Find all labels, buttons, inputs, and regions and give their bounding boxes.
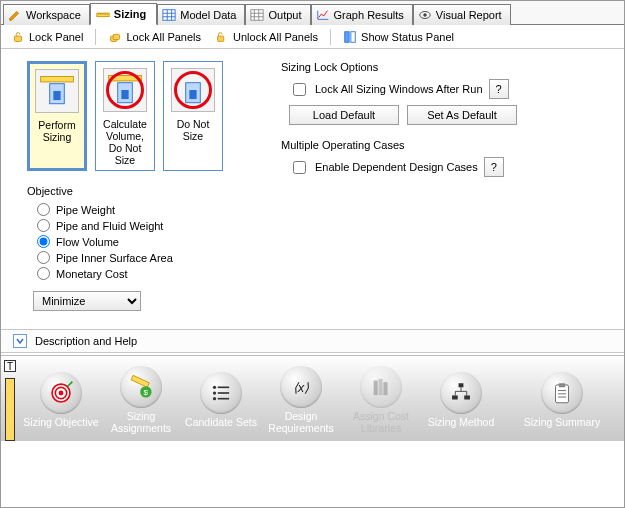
- objective-title: Objective: [27, 185, 257, 197]
- radio-label: Pipe Weight: [56, 204, 115, 216]
- panel-toolbar: Lock Panel Lock All Panels Unlock All Pa…: [1, 25, 624, 49]
- sizing-lock-title: Sizing Lock Options: [281, 61, 612, 73]
- svg-rect-22: [131, 375, 149, 387]
- svg-rect-35: [459, 383, 464, 387]
- tab-model-data[interactable]: Model Data: [157, 4, 245, 25]
- svg-rect-10: [351, 31, 355, 42]
- svg-rect-7: [114, 34, 120, 39]
- help-button[interactable]: ?: [484, 157, 504, 177]
- enable-dependent-cases-checkbox[interactable]: [293, 161, 306, 174]
- sizing-mode-tiles: Perform Sizing Calculate Volume, Do Not …: [27, 61, 257, 171]
- radio-input[interactable]: [37, 203, 50, 216]
- ribbon-label: Assign Cost Libraries: [341, 410, 421, 434]
- table-icon: [162, 8, 176, 22]
- svg-rect-5: [15, 36, 22, 41]
- tile-perform-sizing[interactable]: Perform Sizing: [27, 61, 87, 171]
- multiple-cases-group: Multiple Operating Cases Enable Dependen…: [281, 139, 612, 177]
- flow-icon: [440, 372, 482, 414]
- tile-do-not-size[interactable]: Do Not Size: [163, 61, 223, 171]
- radio-input[interactable]: [37, 219, 50, 232]
- radio-input[interactable]: [37, 251, 50, 264]
- ruler-icon: [96, 7, 110, 21]
- unlock-all-icon: [215, 30, 229, 44]
- ribbon-marker: T: [1, 356, 19, 441]
- svg-rect-34: [383, 382, 387, 395]
- vertical-ruler-icon: [5, 378, 15, 441]
- svg-rect-39: [559, 383, 566, 387]
- svg-point-25: [213, 385, 216, 388]
- eye-icon: [418, 8, 432, 22]
- tab-workspace[interactable]: Workspace: [3, 4, 90, 25]
- radio-input[interactable]: [37, 235, 50, 248]
- ribbon-sizing-summary[interactable]: Sizing Summary: [522, 370, 602, 428]
- svg-rect-11: [41, 76, 74, 81]
- radio-label: Pipe Inner Surface Area: [56, 252, 173, 264]
- radio-monetary-cost[interactable]: Monetary Cost: [37, 267, 257, 280]
- ribbon-label: Sizing Assignments: [101, 410, 181, 434]
- svg-rect-1: [163, 10, 175, 21]
- svg-rect-8: [218, 36, 224, 41]
- sizing-lock-group: Sizing Lock Options Lock All Sizing Wind…: [281, 61, 612, 125]
- lock-after-run-checkbox[interactable]: [293, 83, 306, 96]
- tile-caption: Calculate Volume, Do Not Size: [100, 118, 150, 166]
- svg-rect-26: [218, 386, 229, 388]
- status-panel-icon: [343, 30, 357, 44]
- tab-label: Visual Report: [436, 9, 502, 21]
- tab-label: Model Data: [180, 9, 236, 21]
- expand-description-button[interactable]: [13, 334, 27, 348]
- help-button[interactable]: ?: [489, 79, 509, 99]
- ribbon-label: Sizing Method: [421, 416, 501, 428]
- radio-pipe-fluid-weight[interactable]: Pipe and Fluid Weight: [37, 219, 257, 232]
- tab-sizing[interactable]: Sizing: [90, 3, 157, 25]
- show-status-panel-button[interactable]: Show Status Panel: [339, 28, 458, 46]
- ribbon-design-requirements[interactable]: ⟨x⟩ Design Requirements: [261, 364, 341, 434]
- chart-icon: [316, 8, 330, 22]
- objective-mode-dropdown[interactable]: Minimize: [33, 291, 141, 311]
- ribbon-label: Design Requirements: [261, 410, 341, 434]
- svg-rect-30: [218, 397, 229, 399]
- svg-rect-28: [218, 392, 229, 394]
- ribbon-candidate-sets[interactable]: Candidate Sets: [181, 370, 261, 428]
- svg-text:⟨x⟩: ⟨x⟩: [293, 379, 310, 394]
- set-as-default-button[interactable]: Set As Default: [407, 105, 517, 125]
- svg-point-4: [423, 13, 427, 17]
- books-icon: [360, 366, 402, 408]
- load-default-button[interactable]: Load Default: [289, 105, 399, 125]
- checkbox-label: Enable Dependent Design Cases: [315, 161, 478, 173]
- lock-panel-button[interactable]: Lock Panel: [7, 28, 87, 46]
- unlock-all-panels-button[interactable]: Unlock All Panels: [211, 28, 322, 46]
- tile-caption: Do Not Size: [168, 118, 218, 142]
- svg-rect-37: [464, 395, 470, 399]
- radio-flow-volume[interactable]: Flow Volume: [37, 235, 257, 248]
- toolbar-label: Lock Panel: [29, 31, 83, 43]
- ribbon-sizing-method[interactable]: Sizing Method: [421, 370, 501, 428]
- checkbox-label: Lock All Sizing Windows After Run: [315, 83, 483, 95]
- toolbar-separator: [330, 29, 331, 45]
- svg-rect-32: [374, 380, 378, 395]
- ribbon-label: Sizing Objective: [21, 416, 101, 428]
- toolbar-label: Show Status Panel: [361, 31, 454, 43]
- radio-pipe-inner-surface[interactable]: Pipe Inner Surface Area: [37, 251, 257, 264]
- variable-icon: ⟨x⟩: [280, 366, 322, 408]
- radio-input[interactable]: [37, 267, 50, 280]
- svg-point-29: [213, 397, 216, 400]
- ribbon-label: Sizing Summary: [522, 416, 602, 428]
- sizing-device-noSize-icon: [103, 68, 147, 112]
- ribbon-sizing-assignments[interactable]: $ Sizing Assignments: [101, 364, 181, 434]
- target-icon: [40, 372, 82, 414]
- unlock-icon: [11, 30, 25, 44]
- tile-calc-volume-no-size[interactable]: Calculate Volume, Do Not Size: [95, 61, 155, 171]
- ribbon-assign-cost-libraries: Assign Cost Libraries: [341, 364, 421, 434]
- tab-visual-report[interactable]: Visual Report: [413, 4, 511, 25]
- text-marker-icon[interactable]: T: [4, 360, 16, 372]
- main-tabstrip: Workspace Sizing Model Data Output Graph…: [1, 1, 624, 25]
- ribbon-sizing-objective[interactable]: Sizing Objective: [21, 370, 101, 428]
- tab-output[interactable]: Output: [245, 4, 310, 25]
- tab-graph-results[interactable]: Graph Results: [311, 4, 413, 25]
- ribbon-label: Candidate Sets: [181, 416, 261, 428]
- description-help-bar: Description and Help: [1, 329, 624, 355]
- lock-all-panels-button[interactable]: Lock All Panels: [104, 28, 205, 46]
- objective-group: Objective Pipe Weight Pipe and Fluid Wei…: [27, 185, 257, 311]
- sizing-device-icon: [35, 69, 79, 113]
- radio-pipe-weight[interactable]: Pipe Weight: [37, 203, 257, 216]
